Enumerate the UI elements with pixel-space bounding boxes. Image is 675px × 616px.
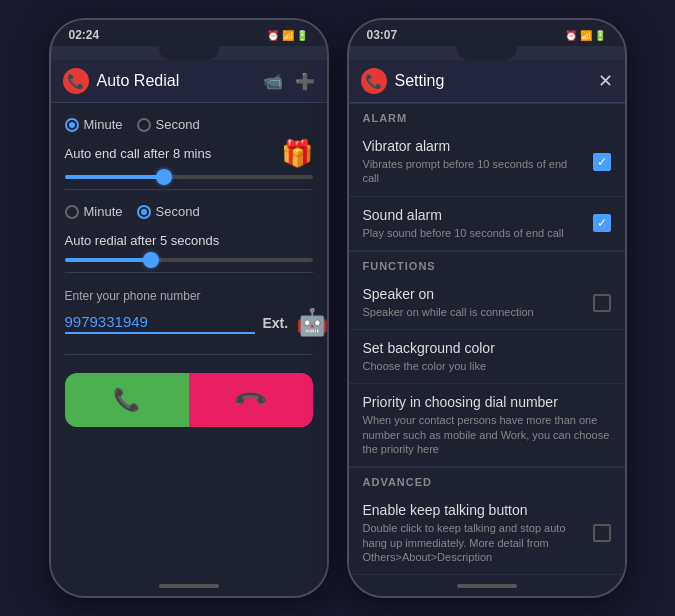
app-logo-icon: 📞 <box>63 68 89 94</box>
right-app-title: Setting <box>395 72 598 90</box>
keep-talking-checkbox[interactable] <box>593 524 611 542</box>
right-notch <box>457 46 517 60</box>
call-icon: 📞 <box>113 387 140 413</box>
keep-talking-item[interactable]: Enable keep talking button Double click … <box>349 492 625 575</box>
left-phone: 02:24 ⏰ 📶 🔋 📞 Auto Redial 📹 ➕ Minute <box>49 18 329 598</box>
advanced-section-header: ADVANCED <box>349 467 625 492</box>
vibrator-alarm-desc: Vibrates prompt before 10 seconds of end… <box>363 157 583 186</box>
section1-minute-label: Minute <box>84 117 123 132</box>
keep-talking-title: Enable keep talking button <box>363 502 583 518</box>
speaker-on-item[interactable]: Speaker on Speaker on while call is conn… <box>349 276 625 330</box>
divider1 <box>65 189 313 190</box>
sound-alarm-title: Sound alarm <box>363 207 583 223</box>
radio2-minute-dot <box>65 205 79 219</box>
left-status-bar: 02:24 ⏰ 📶 🔋 <box>51 20 327 46</box>
call-button[interactable]: 📞 <box>65 373 189 427</box>
section1-slider[interactable] <box>65 175 313 179</box>
speaker-on-text: Speaker on Speaker on while call is conn… <box>363 286 583 319</box>
phone-input-section: Enter your phone number Ext. 🤖 <box>65 289 313 338</box>
vibrator-alarm-checkbox[interactable]: ✓ <box>593 153 611 171</box>
left-app-content: 📞 Auto Redial 📹 ➕ Minute Second <box>51 60 327 576</box>
radio2-second-dot <box>137 205 151 219</box>
background-color-text: Set background color Choose the color yo… <box>363 340 611 373</box>
settings-list: ALARM Vibrator alarm Vibrates prompt bef… <box>349 103 625 576</box>
divider3 <box>65 354 313 355</box>
priority-dial-text: Priority in choosing dial number When yo… <box>363 394 611 456</box>
right-phone-bottom <box>349 576 625 596</box>
section1-second-label: Second <box>156 117 200 132</box>
phone-input-row: Ext. 🤖 <box>65 307 313 338</box>
keep-talking-desc: Double click to keep talking and stop au… <box>363 521 583 564</box>
end-call-icon: 📞 <box>232 381 269 418</box>
vibrator-alarm-text: Vibrator alarm Vibrates prompt before 10… <box>363 138 583 186</box>
functions-section-header: FUNCTIONS <box>349 251 625 276</box>
left-app-header: 📞 Auto Redial 📹 ➕ <box>51 60 327 103</box>
left-status-icons: ⏰ 📶 🔋 <box>267 30 309 41</box>
close-button[interactable]: ✕ <box>598 70 613 92</box>
add-icon[interactable]: ➕ <box>295 72 315 91</box>
settings-logo-icon: 📞 <box>361 68 387 94</box>
section2-radio-minute[interactable]: Minute <box>65 204 123 219</box>
section2-minute-label: Minute <box>84 204 123 219</box>
left-notch <box>159 46 219 60</box>
right-app-content: 📞 Setting ✕ ALARM Vibrator alarm Vibrate… <box>349 60 625 576</box>
priority-dial-desc: When your contact persons have more than… <box>363 413 611 456</box>
section2-radio-second[interactable]: Second <box>137 204 200 219</box>
right-status-icons: ⏰ 📶 🔋 <box>565 30 607 41</box>
right-time: 03:07 <box>367 28 398 42</box>
auto-redial-text: Auto redial after 5 seconds <box>65 233 313 248</box>
background-color-title: Set background color <box>363 340 611 356</box>
sound-alarm-text: Sound alarm Play sound before 10 seconds… <box>363 207 583 240</box>
right-phone: 03:07 ⏰ 📶 🔋 📞 Setting ✕ ALARM Vibrator a… <box>347 18 627 598</box>
alarm-section-header: ALARM <box>349 103 625 128</box>
gift-emoji: 🎁 <box>281 138 313 169</box>
auto-end-text: Auto end call after 8 mins <box>65 146 212 161</box>
section1-radio-minute[interactable]: Minute <box>65 117 123 132</box>
left-header-icons: 📹 ➕ <box>263 72 315 91</box>
right-app-header: 📞 Setting ✕ <box>349 60 625 103</box>
phone-number-input[interactable] <box>65 311 255 334</box>
right-home-bar <box>457 584 517 588</box>
vibrator-alarm-item[interactable]: Vibrator alarm Vibrates prompt before 10… <box>349 128 625 197</box>
left-app-title: Auto Redial <box>97 72 263 90</box>
call-buttons: 📞 📞 <box>65 373 313 427</box>
ext-label: Ext. <box>263 315 289 331</box>
left-main-content: Minute Second Auto end call after 8 mins… <box>51 103 327 441</box>
home-bar <box>159 584 219 588</box>
divider2 <box>65 272 313 273</box>
priority-dial-title: Priority in choosing dial number <box>363 394 611 410</box>
left-time: 02:24 <box>69 28 100 42</box>
priority-dial-item[interactable]: Priority in choosing dial number When yo… <box>349 384 625 467</box>
radio-minute-dot <box>65 118 79 132</box>
vibrator-alarm-title: Vibrator alarm <box>363 138 583 154</box>
end-call-button[interactable]: 📞 <box>189 373 313 427</box>
section1-radio-row: Minute Second <box>65 117 313 132</box>
section2-slider[interactable] <box>65 258 313 262</box>
section2-radio-row: Minute Second <box>65 204 313 219</box>
background-color-desc: Choose the color you like <box>363 359 611 373</box>
left-phone-bottom <box>51 576 327 596</box>
video-icon[interactable]: 📹 <box>263 72 283 91</box>
right-status-bar: 03:07 ⏰ 📶 🔋 <box>349 20 625 46</box>
sound-alarm-item[interactable]: Sound alarm Play sound before 10 seconds… <box>349 197 625 251</box>
sound-alarm-checkbox[interactable]: ✓ <box>593 214 611 232</box>
speaker-on-title: Speaker on <box>363 286 583 302</box>
speaker-on-checkbox[interactable] <box>593 294 611 312</box>
sound-alarm-desc: Play sound before 10 seconds of end call <box>363 226 583 240</box>
section2-second-label: Second <box>156 204 200 219</box>
phone-input-label: Enter your phone number <box>65 289 313 303</box>
keep-talking-text: Enable keep talking button Double click … <box>363 502 583 564</box>
section1-radio-second[interactable]: Second <box>137 117 200 132</box>
radio-second-dot <box>137 118 151 132</box>
speaker-on-desc: Speaker on while call is connection <box>363 305 583 319</box>
background-color-item[interactable]: Set background color Choose the color yo… <box>349 330 625 384</box>
android-icon: 🤖 <box>296 307 326 338</box>
